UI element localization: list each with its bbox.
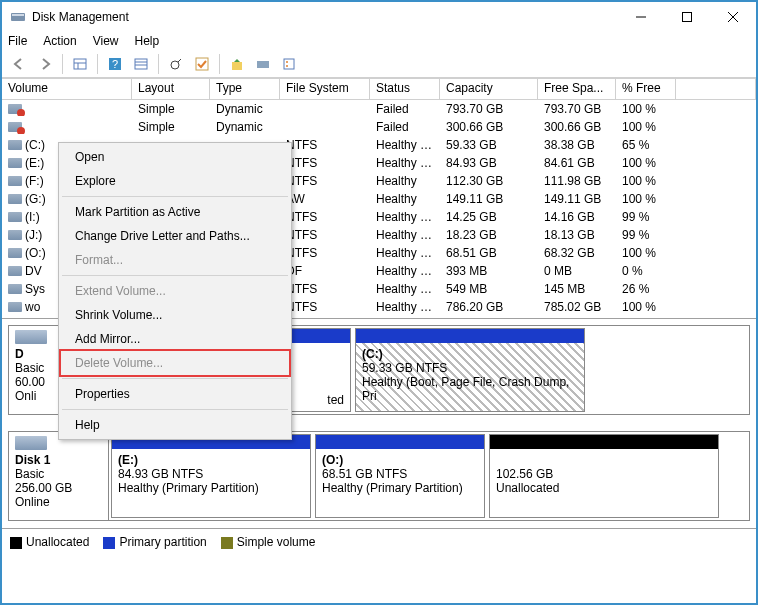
part-truncated-text: ted bbox=[327, 393, 344, 407]
part-unalloc-status: Unallocated bbox=[496, 481, 559, 495]
col-volume[interactable]: Volume bbox=[2, 79, 132, 99]
disk-0-part-c[interactable]: (C:) 59.33 GB NTFS Healthy (Boot, Page F… bbox=[355, 328, 585, 412]
volume-icon bbox=[8, 122, 22, 132]
col-status[interactable]: Status bbox=[370, 79, 440, 99]
legend-simple: Simple volume bbox=[221, 535, 316, 549]
volume-icon bbox=[8, 176, 22, 186]
ctx-delete-volume: Delete Volume... bbox=[59, 349, 291, 377]
ctx-help[interactable]: Help bbox=[61, 413, 289, 437]
volume-icon bbox=[8, 104, 22, 114]
svg-text:?: ? bbox=[112, 58, 118, 70]
ctx-change-letter[interactable]: Change Drive Letter and Paths... bbox=[61, 224, 289, 248]
menu-separator bbox=[62, 275, 288, 276]
window-title: Disk Management bbox=[32, 10, 618, 24]
menu-file[interactable]: File bbox=[8, 34, 27, 48]
col-type[interactable]: Type bbox=[210, 79, 280, 99]
menu-separator bbox=[62, 196, 288, 197]
legend-primary: Primary partition bbox=[103, 535, 206, 549]
menubar: File Action View Help bbox=[2, 32, 756, 50]
volume-icon bbox=[8, 158, 22, 168]
disk-1-row[interactable]: Disk 1 Basic 256.00 GB Online (E:) 84.93… bbox=[8, 431, 750, 521]
svg-point-20 bbox=[286, 61, 288, 63]
part-o-size: 68.51 GB NTFS bbox=[322, 467, 407, 481]
col-capacity[interactable]: Capacity bbox=[440, 79, 538, 99]
minimize-button[interactable] bbox=[618, 2, 664, 32]
volume-icon bbox=[8, 230, 22, 240]
part-c-status: Healthy (Boot, Page File, Crash Dump, Pr… bbox=[362, 375, 569, 403]
app-icon bbox=[10, 9, 26, 25]
partition-bar-primary bbox=[316, 435, 484, 449]
volume-icon bbox=[8, 248, 22, 258]
list-icon[interactable] bbox=[278, 53, 300, 75]
disk-1-part-unalloc[interactable]: 102.56 GB Unallocated bbox=[489, 434, 719, 518]
volume-icon bbox=[8, 284, 22, 294]
settings-button[interactable] bbox=[130, 53, 152, 75]
toolbar: ? bbox=[2, 50, 756, 78]
disk-0-name: D bbox=[15, 347, 24, 361]
volume-icon bbox=[8, 266, 22, 276]
maximize-button[interactable] bbox=[664, 2, 710, 32]
back-button[interactable] bbox=[8, 53, 30, 75]
volume-row[interactable]: SimpleDynamicFailed300.66 GB300.66 GB100… bbox=[2, 118, 756, 136]
disk-1-part-o[interactable]: (O:) 68.51 GB NTFS Healthy (Primary Part… bbox=[315, 434, 485, 518]
disk-1-name: Disk 1 bbox=[15, 453, 50, 467]
svg-rect-16 bbox=[196, 58, 208, 70]
window-titlebar: Disk Management bbox=[2, 2, 756, 32]
svg-point-14 bbox=[171, 61, 179, 69]
volume-icon bbox=[8, 212, 22, 222]
legend: Unallocated Primary partition Simple vol… bbox=[2, 528, 756, 555]
volume-icon bbox=[8, 194, 22, 204]
ctx-mark-active[interactable]: Mark Partition as Active bbox=[61, 200, 289, 224]
part-o-status: Healthy (Primary Partition) bbox=[322, 481, 463, 495]
part-c-size: 59.33 GB NTFS bbox=[362, 361, 447, 375]
disk-1-size: 256.00 GB bbox=[15, 481, 72, 495]
menu-separator bbox=[62, 378, 288, 379]
svg-rect-1 bbox=[12, 14, 24, 16]
col-pctfree[interactable]: % Free bbox=[616, 79, 676, 99]
ctx-format: Format... bbox=[61, 248, 289, 272]
disk-0-type: Basic bbox=[15, 361, 44, 375]
close-button[interactable] bbox=[710, 2, 756, 32]
menu-action[interactable]: Action bbox=[43, 34, 76, 48]
check-icon[interactable] bbox=[191, 53, 213, 75]
partition-bar-primary bbox=[356, 329, 584, 343]
svg-point-21 bbox=[286, 65, 288, 67]
forward-button[interactable] bbox=[34, 53, 56, 75]
legend-unallocated: Unallocated bbox=[10, 535, 89, 549]
col-filesystem[interactable]: File System bbox=[280, 79, 370, 99]
col-freespace[interactable]: Free Spa... bbox=[538, 79, 616, 99]
svg-line-15 bbox=[178, 59, 181, 62]
menu-help[interactable]: Help bbox=[135, 34, 160, 48]
disk-icon bbox=[15, 436, 47, 450]
partition-bar-unallocated bbox=[490, 435, 718, 449]
volume-context-menu: Open Explore Mark Partition as Active Ch… bbox=[58, 142, 292, 440]
svg-rect-3 bbox=[683, 13, 692, 22]
col-layout[interactable]: Layout bbox=[132, 79, 210, 99]
ctx-explore[interactable]: Explore bbox=[61, 169, 289, 193]
svg-rect-11 bbox=[135, 59, 147, 69]
part-o-letter: (O:) bbox=[322, 453, 343, 467]
ctx-shrink[interactable]: Shrink Volume... bbox=[61, 303, 289, 327]
disk-0-state: Onli bbox=[15, 389, 36, 403]
svg-rect-18 bbox=[257, 61, 269, 68]
svg-rect-17 bbox=[232, 62, 242, 70]
show-hide-button[interactable] bbox=[69, 53, 91, 75]
disk-1-part-e[interactable]: (E:) 84.93 GB NTFS Healthy (Primary Part… bbox=[111, 434, 311, 518]
svg-rect-6 bbox=[74, 59, 86, 69]
help-button[interactable]: ? bbox=[104, 53, 126, 75]
up-icon[interactable] bbox=[226, 53, 248, 75]
ctx-properties[interactable]: Properties bbox=[61, 382, 289, 406]
volume-row[interactable]: SimpleDynamicFailed793.70 GB793.70 GB100… bbox=[2, 100, 756, 118]
refresh-icon[interactable] bbox=[165, 53, 187, 75]
menu-view[interactable]: View bbox=[93, 34, 119, 48]
svg-rect-19 bbox=[284, 59, 294, 69]
ctx-open[interactable]: Open bbox=[61, 145, 289, 169]
disk-1-label: Disk 1 Basic 256.00 GB Online bbox=[9, 432, 109, 520]
disk-0-size: 60.00 bbox=[15, 375, 45, 389]
disk-icon[interactable] bbox=[252, 53, 274, 75]
disk-1-state: Online bbox=[15, 495, 50, 509]
ctx-add-mirror[interactable]: Add Mirror... bbox=[61, 327, 289, 351]
part-e-size: 84.93 GB NTFS bbox=[118, 467, 203, 481]
ctx-extend: Extend Volume... bbox=[61, 279, 289, 303]
volume-icon bbox=[8, 302, 22, 312]
